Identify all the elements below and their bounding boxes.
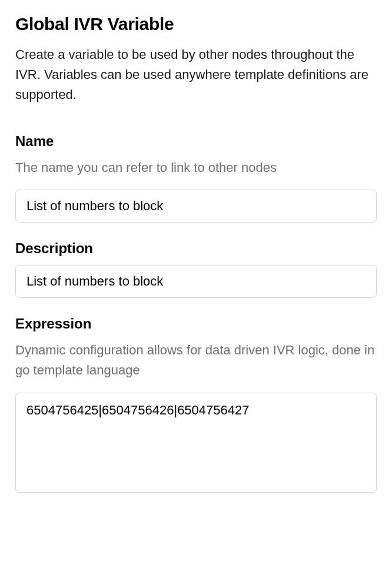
expression-field-group: Expression Dynamic configuration allows …: [15, 316, 377, 495]
name-hint: The name you can refer to link to other …: [15, 158, 377, 178]
name-field-group: Name The name you can refer to link to o…: [15, 133, 377, 223]
expression-label: Expression: [15, 316, 377, 332]
page-subtitle: Create a variable to be used by other no…: [15, 45, 377, 105]
expression-input[interactable]: [15, 393, 377, 493]
expression-hint: Dynamic configuration allows for data dr…: [15, 340, 377, 380]
description-input[interactable]: [15, 265, 377, 298]
name-input[interactable]: [15, 190, 377, 223]
description-label: Description: [15, 240, 377, 257]
description-field-group: Description: [15, 240, 377, 298]
page-title: Global IVR Variable: [15, 14, 377, 34]
name-label: Name: [15, 133, 377, 150]
